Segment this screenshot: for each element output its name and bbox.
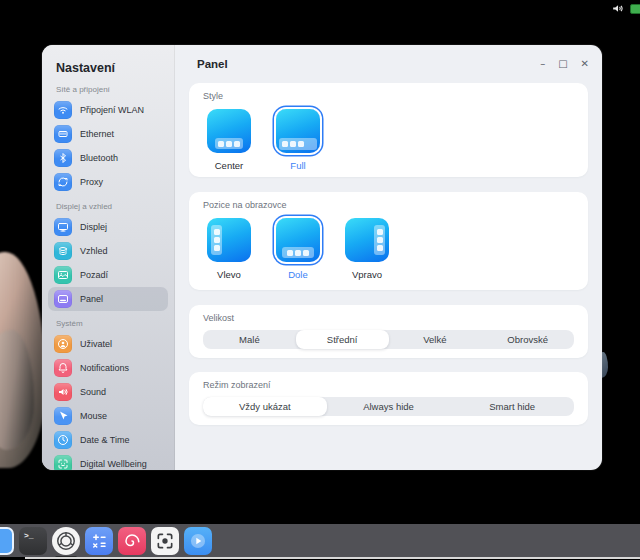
style-card: Style Center Full — [189, 83, 588, 177]
screenshot-icon[interactable] — [151, 527, 179, 555]
size-segmented-control: Malé Střední Velké Obrovské — [203, 330, 574, 349]
size-card-title: Velikost — [203, 313, 574, 323]
position-card: Pozice na obrazovce Vlevo Dole — [189, 192, 588, 290]
main-content: Panel – □ ✕ Style Center — [175, 45, 602, 470]
sidebar-item-wellbeing[interactable]: Digital Wellbeing — [48, 452, 168, 470]
clock-icon — [54, 431, 72, 449]
size-segment-medium[interactable]: Střední — [296, 330, 389, 349]
status-tray — [611, 2, 640, 15]
sidebar: Nastavení Sítě a připojení Připojení WLA… — [42, 45, 175, 470]
sidebar-item-wlan[interactable]: Připojení WLAN — [48, 98, 168, 122]
position-option-right[interactable]: Vpravo — [341, 218, 393, 280]
sidebar-item-panel[interactable]: Panel — [48, 287, 168, 311]
page-title: Panel — [197, 58, 228, 70]
app-partial-icon[interactable] — [0, 527, 14, 555]
sidebar-item-label: Digital Wellbeing — [80, 459, 147, 469]
option-label: Full — [290, 160, 305, 171]
position-card-title: Pozice na obrazovce — [203, 200, 574, 210]
sidebar-item-label: Notifications — [80, 363, 129, 373]
option-label: Dole — [288, 269, 308, 280]
sidebar-item-mouse[interactable]: Mouse — [48, 404, 168, 428]
display-icon — [54, 218, 72, 236]
size-segment-huge[interactable]: Obrovské — [481, 330, 574, 349]
maximize-button[interactable]: □ — [558, 59, 567, 69]
sidebar-item-label: Pozadí — [80, 270, 108, 280]
titlebar: Panel – □ ✕ — [175, 45, 602, 83]
calculator-icon[interactable] — [85, 527, 113, 555]
sidebar-section-network: Sítě a připojení — [56, 85, 174, 94]
appearance-icon — [54, 242, 72, 260]
display-mode-card: Režim zobrazení Vždy ukázat Always hide … — [189, 372, 588, 425]
spiral-app-icon[interactable] — [118, 527, 146, 555]
sidebar-title: Nastavení — [56, 61, 174, 75]
display-mode-segmented-control: Vždy ukázat Always hide Smart hide — [203, 397, 574, 416]
sidebar-item-bluetooth[interactable]: Bluetooth — [48, 146, 168, 170]
settings-window: Nastavení Sítě a připojení Připojení WLA… — [42, 45, 602, 470]
sidebar-item-label: Vzhled — [80, 246, 108, 256]
option-label: Vlevo — [217, 269, 241, 280]
sidebar-item-label: Mouse — [80, 411, 107, 421]
sidebar-item-sound[interactable]: Sound — [48, 380, 168, 404]
desktop: { "status": { "volume_icon": "volume-ico… — [0, 0, 640, 560]
sidebar-item-label: Uživatel — [80, 339, 112, 349]
sidebar-section-system: Systém — [56, 319, 174, 328]
position-right-preview — [345, 218, 389, 262]
sidebar-item-label: Panel — [80, 294, 103, 304]
wifi-icon — [54, 101, 72, 119]
proxy-icon — [54, 173, 72, 191]
option-label: Center — [215, 160, 244, 171]
style-option-full[interactable]: Full — [272, 109, 324, 171]
position-left-preview — [207, 218, 251, 262]
style-center-preview — [207, 109, 251, 153]
size-segment-large[interactable]: Velké — [389, 330, 482, 349]
position-option-bottom[interactable]: Dole — [272, 218, 324, 280]
sidebar-item-label: Date & Time — [80, 435, 130, 445]
mode-segment-smart-hide[interactable]: Smart hide — [450, 397, 574, 416]
sidebar-section-display: Displej a vzhled — [56, 202, 174, 211]
size-segment-small[interactable]: Malé — [203, 330, 296, 349]
sidebar-item-display[interactable]: Displej — [48, 215, 168, 239]
volume-icon[interactable] — [611, 2, 624, 15]
style-full-preview — [276, 109, 320, 153]
battery-icon[interactable] — [630, 4, 640, 14]
sidebar-item-label: Proxy — [80, 177, 103, 187]
media-player-icon[interactable] — [184, 527, 212, 555]
display-mode-card-title: Režim zobrazení — [203, 380, 574, 390]
style-card-title: Style — [203, 91, 574, 101]
mode-segment-always-show[interactable]: Vždy ukázat — [203, 397, 327, 416]
sidebar-item-proxy[interactable]: Proxy — [48, 170, 168, 194]
option-label: Vpravo — [352, 269, 382, 280]
sidebar-item-wallpaper[interactable]: Pozadí — [48, 263, 168, 287]
style-option-center[interactable]: Center — [203, 109, 255, 171]
sidebar-item-notifications[interactable]: Notifications — [48, 356, 168, 380]
sidebar-item-user[interactable]: Uživatel — [48, 332, 168, 356]
size-card: Velikost Malé Střední Velké Obrovské — [189, 305, 588, 358]
cursor-icon — [54, 407, 72, 425]
sidebar-item-ethernet[interactable]: Ethernet — [48, 122, 168, 146]
terminal-icon[interactable]: >_ — [19, 527, 47, 555]
mode-segment-always-hide[interactable]: Always hide — [327, 397, 451, 416]
control-center-icon[interactable] — [52, 527, 80, 555]
sidebar-item-label: Ethernet — [80, 129, 114, 139]
minimize-button[interactable]: – — [540, 59, 545, 69]
position-bottom-preview — [276, 218, 320, 262]
position-option-left[interactable]: Vlevo — [203, 218, 255, 280]
panel-icon — [54, 290, 72, 308]
taskbar: >_ — [0, 524, 640, 557]
sidebar-item-label: Sound — [80, 387, 106, 397]
wellbeing-icon — [54, 455, 72, 470]
sidebar-item-label: Displej — [80, 222, 107, 232]
close-button[interactable]: ✕ — [581, 59, 589, 69]
sidebar-item-label: Připojení WLAN — [80, 105, 144, 115]
speaker-icon — [54, 383, 72, 401]
sidebar-item-datetime[interactable]: Date & Time — [48, 428, 168, 452]
sidebar-item-label: Bluetooth — [80, 153, 118, 163]
sidebar-item-appearance[interactable]: Vzhled — [48, 239, 168, 263]
bell-icon — [54, 359, 72, 377]
ethernet-icon — [54, 125, 72, 143]
screen-bottom-edge — [25, 557, 640, 559]
bluetooth-icon — [54, 149, 72, 167]
user-icon — [54, 335, 72, 353]
wallpaper-icon — [54, 266, 72, 284]
